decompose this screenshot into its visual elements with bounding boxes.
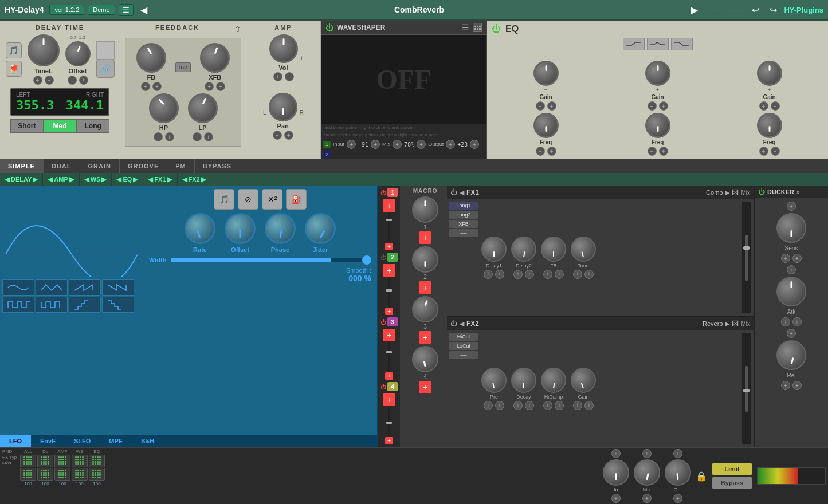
fx1-knob-fb[interactable]	[541, 237, 566, 262]
fx2-gain-minus[interactable]: +	[573, 401, 582, 410]
ducker-top-plus[interactable]: +	[787, 202, 796, 211]
pan-knob[interactable]	[269, 93, 297, 121]
ch2-power[interactable]: ⏻	[380, 254, 386, 261]
hnav-fx2[interactable]: ◀ FX2 ▶	[178, 173, 211, 186]
macro-knob-2[interactable]	[412, 246, 438, 273]
eq-gain2-knob[interactable]	[645, 61, 670, 86]
hp-plus[interactable]: +	[165, 132, 174, 141]
ch2-button[interactable]: 2	[387, 253, 398, 262]
ws-mix-plus[interactable]: +	[393, 140, 402, 149]
ch4-add[interactable]: +	[383, 393, 395, 406]
ws-output-plus[interactable]: +	[446, 140, 455, 149]
sync-icon-2[interactable]: 🏓	[6, 61, 22, 77]
ch2-slider-thumb[interactable]	[386, 289, 392, 292]
pan-plus[interactable]: +	[284, 131, 293, 140]
eq-gain3-knob[interactable]	[757, 61, 782, 86]
eq-type-1[interactable]	[623, 38, 645, 50]
lfo-tab-envf[interactable]: EnvF	[31, 435, 65, 447]
limit-button[interactable]: Limit	[712, 463, 752, 475]
fx1-d2-minus[interactable]: +	[513, 270, 523, 279]
mode-long[interactable]: Long	[76, 119, 109, 133]
fx1-power[interactable]: ⏻	[450, 188, 457, 196]
tab-simple[interactable]: SIMPLE	[0, 159, 44, 173]
ws-grid-1[interactable]	[72, 455, 88, 467]
ducker-power[interactable]: ⏻	[758, 188, 765, 196]
eq-g3-minus[interactable]: +	[759, 101, 768, 111]
eq-f1-minus[interactable]: +	[536, 147, 545, 156]
ws-canvas[interactable]: OFF	[321, 35, 486, 124]
ducker-rel-top[interactable]: +	[787, 329, 796, 338]
hnav-ws-left[interactable]: ◀	[84, 175, 89, 183]
fx2-pre-plus[interactable]: +	[495, 401, 504, 410]
fx1-nav-left[interactable]: ◀	[460, 189, 464, 196]
xfb-minus[interactable]: +	[205, 82, 214, 91]
wf-step1[interactable]	[2, 297, 34, 313]
ch2-add[interactable]: +	[383, 264, 395, 277]
fx2-nav-left[interactable]: ◀	[460, 320, 464, 328]
ch4-minus[interactable]: +	[385, 437, 393, 444]
fx1-tone-minus[interactable]: +	[573, 270, 582, 279]
tab-bypass[interactable]: BYPASS	[195, 159, 240, 173]
fx1-tag-1[interactable]: Long1	[449, 202, 478, 210]
inv-button[interactable]: Inv	[175, 62, 191, 72]
eq-gain1-knob[interactable]	[533, 61, 559, 86]
fx2-decay-plus[interactable]: +	[525, 401, 534, 410]
eq-power-button[interactable]: ⏻	[492, 24, 501, 34]
hnav-delay-right[interactable]: ▶	[33, 175, 38, 183]
ch1-slider-thumb[interactable]	[386, 219, 392, 221]
ducker-atk-minus[interactable]: +	[781, 317, 790, 326]
hnav-fx1[interactable]: ◀ FX1 ▶	[143, 173, 177, 186]
eq-grid-2[interactable]	[89, 468, 105, 481]
ws-input-pm[interactable]: +	[371, 140, 380, 149]
pan-minus[interactable]: +	[273, 131, 282, 140]
hnav-fx2-left[interactable]: ◀	[182, 175, 187, 183]
hnav-fx1-left[interactable]: ◀	[148, 175, 153, 183]
ws-power-button[interactable]: ⏻	[325, 23, 333, 32]
redo-button[interactable]: ↪	[766, 5, 780, 15]
tab-grain[interactable]: GRAIN	[80, 159, 120, 173]
ws-mix-pm[interactable]: +	[417, 140, 426, 149]
sync-icon-1[interactable]: 🎵	[6, 42, 22, 58]
hp-minus[interactable]: +	[154, 132, 163, 141]
mode-med[interactable]: Med	[44, 119, 77, 133]
lp-minus[interactable]: +	[193, 132, 202, 141]
lp-plus[interactable]: +	[204, 132, 213, 141]
vol-plus[interactable]: +	[285, 72, 294, 81]
fx2-knob-pre[interactable]	[481, 368, 507, 393]
width-slider[interactable]	[171, 258, 371, 262]
offset-minus[interactable]: +	[68, 76, 77, 85]
hp-knob[interactable]	[149, 93, 179, 123]
link-button[interactable]: 🔗	[96, 60, 115, 78]
fx1-tag-3[interactable]: XFB	[449, 220, 478, 228]
ch3-minus[interactable]: +	[385, 372, 393, 380]
transport-in-knob[interactable]	[603, 459, 629, 486]
eq-freq3-knob[interactable]	[757, 113, 782, 138]
fx1-dice[interactable]: ⚄	[732, 188, 739, 197]
ch1-minus[interactable]: +	[385, 243, 393, 250]
fx2-decay-minus[interactable]: +	[513, 401, 523, 410]
eq-freq2-knob[interactable]	[645, 113, 670, 138]
fx1-tag-4[interactable]: ----	[449, 229, 478, 237]
fx1-d2-plus[interactable]: +	[525, 270, 534, 279]
ducker-rel-knob[interactable]	[776, 340, 806, 370]
in-top[interactable]: +	[611, 449, 621, 458]
lfo-tab-lfo[interactable]: LFO	[0, 435, 31, 447]
lfo-mode-1[interactable]: 🎵	[214, 189, 234, 210]
fx2-tag-3[interactable]: ----	[449, 351, 478, 359]
lfo-phase-knob[interactable]	[265, 213, 296, 244]
ws-grid-button[interactable]	[473, 23, 482, 32]
timel-knob[interactable]	[28, 34, 60, 66]
eq-f3-plus[interactable]: +	[771, 147, 780, 156]
macro-knob-4[interactable]	[412, 346, 438, 372]
fx2-knob-gain[interactable]	[571, 368, 596, 393]
macro-add-2[interactable]: +	[419, 281, 431, 294]
lfo-mode-2[interactable]: ⊘	[238, 189, 258, 210]
ch3-slider-thumb[interactable]	[386, 351, 392, 353]
hnav-eq-left[interactable]: ◀	[116, 175, 121, 183]
eq-f2-minus[interactable]: +	[648, 147, 657, 156]
eq-g1-plus[interactable]: +	[547, 101, 556, 111]
macro-add-1[interactable]: +	[419, 231, 431, 244]
fx2-power[interactable]: ⏻	[450, 320, 457, 328]
undo-button[interactable]: ↩	[748, 5, 763, 15]
menu-button[interactable]: ☰	[119, 4, 134, 16]
